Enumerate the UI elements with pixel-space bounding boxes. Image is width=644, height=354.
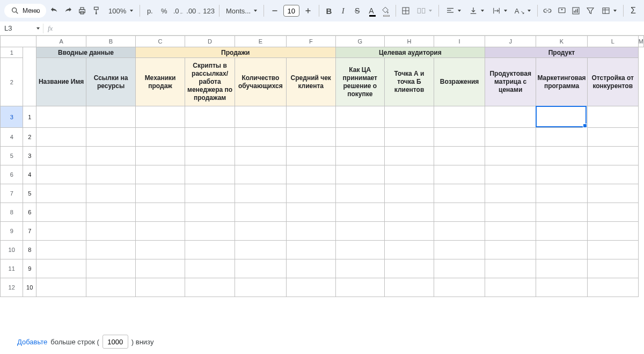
cell[interactable] [135, 128, 185, 147]
cell[interactable] [335, 278, 384, 297]
cell[interactable] [36, 241, 86, 259]
cell[interactable] [286, 241, 335, 259]
cell[interactable] [434, 222, 485, 241]
cell[interactable] [384, 259, 434, 278]
cell[interactable] [384, 165, 434, 184]
decrease-decimal-button[interactable]: .0← [172, 3, 185, 18]
cell[interactable] [587, 128, 638, 147]
cell[interactable] [235, 241, 286, 259]
cell[interactable] [86, 165, 136, 184]
cell[interactable] [185, 165, 235, 184]
cell[interactable] [536, 259, 587, 278]
strikethrough-button[interactable]: S [350, 3, 363, 18]
num-cell[interactable]: 6 [23, 203, 36, 222]
cell[interactable] [335, 165, 384, 184]
increase-decimal-button[interactable]: .00→ [186, 3, 201, 18]
cell[interactable] [434, 147, 485, 165]
group-header[interactable]: Вводные данные [36, 47, 136, 58]
cell[interactable] [536, 203, 587, 222]
chart-button[interactable] [569, 3, 582, 18]
col-header[interactable]: B [86, 36, 136, 47]
cell[interactable] [185, 147, 235, 165]
cell[interactable] [434, 259, 485, 278]
cell[interactable] [36, 278, 86, 297]
row-header[interactable]: 12 [1, 278, 23, 297]
cell[interactable] [485, 106, 536, 128]
cell[interactable] [36, 147, 86, 165]
font-size-input[interactable] [283, 5, 299, 17]
filter-button[interactable] [583, 3, 596, 18]
sub-header[interactable]: Ссылки на ресурсы [86, 58, 136, 106]
cell[interactable] [135, 184, 185, 203]
cell[interactable] [587, 278, 638, 297]
spreadsheet-grid[interactable]: A B C D E F G H I J K L M 1 Вводные данн… [0, 35, 644, 297]
cell[interactable] [135, 241, 185, 259]
cell[interactable] [185, 184, 235, 203]
cell[interactable] [587, 147, 638, 165]
zoom-dropdown[interactable]: 100% [104, 3, 136, 18]
cell[interactable] [587, 259, 638, 278]
cell[interactable] [185, 128, 235, 147]
cell[interactable] [335, 259, 384, 278]
cell[interactable] [485, 203, 536, 222]
menu-button[interactable]: Меню [4, 4, 46, 18]
font-size-decrease[interactable] [267, 3, 282, 18]
valign-button[interactable] [465, 3, 487, 18]
sub-header[interactable]: Маркетинговая программа [536, 58, 587, 106]
cell[interactable] [185, 222, 235, 241]
halign-button[interactable] [442, 3, 464, 18]
table-button[interactable] [598, 3, 620, 18]
cell[interactable] [485, 222, 536, 241]
cell[interactable] [135, 259, 185, 278]
row-header[interactable]: 2 [1, 58, 23, 106]
cell[interactable] [286, 106, 335, 128]
cell[interactable] [434, 203, 485, 222]
sub-header[interactable]: Как ЦА принимает решение о покупке [335, 58, 384, 106]
cell[interactable] [185, 203, 235, 222]
row-header[interactable]: 3 [1, 106, 23, 128]
cell[interactable] [485, 259, 536, 278]
cell[interactable] [587, 222, 638, 241]
sub-header[interactable]: Возражения [434, 58, 485, 106]
cell[interactable] [536, 147, 587, 165]
sub-header[interactable]: Скрипты в рассылках/работа менеджера по … [185, 58, 235, 106]
cell[interactable] [384, 222, 434, 241]
sub-header[interactable]: Количество обучающихся [235, 58, 286, 106]
num-cell[interactable]: 8 [23, 241, 36, 259]
col-header[interactable]: G [335, 36, 384, 47]
link-button[interactable] [541, 3, 554, 18]
sub-header[interactable]: Механики продаж [135, 58, 185, 106]
functions-button[interactable]: Σ [627, 3, 640, 18]
col-header[interactable]: K [536, 36, 587, 47]
cell[interactable] [536, 241, 587, 259]
cell[interactable] [587, 241, 638, 259]
cell[interactable] [485, 147, 536, 165]
cell[interactable] [286, 128, 335, 147]
cell[interactable] [536, 184, 587, 203]
cell[interactable] [286, 184, 335, 203]
cell[interactable] [286, 165, 335, 184]
cell[interactable] [86, 259, 136, 278]
cell[interactable] [335, 241, 384, 259]
bold-button[interactable]: B [323, 3, 335, 18]
row-header[interactable]: 8 [1, 203, 23, 222]
cell[interactable] [235, 147, 286, 165]
col-header[interactable]: C [135, 36, 185, 47]
cell[interactable] [36, 184, 86, 203]
col-header[interactable]: J [485, 36, 536, 47]
row-header[interactable]: 5 [1, 147, 23, 165]
fill-color-button[interactable] [379, 3, 392, 18]
cell[interactable] [185, 241, 235, 259]
font-dropdown[interactable]: Monts... [223, 3, 260, 18]
cell[interactable] [434, 278, 485, 297]
cell[interactable] [185, 259, 235, 278]
cell[interactable] [485, 278, 536, 297]
row-header[interactable]: 7 [1, 184, 23, 203]
cell[interactable] [384, 203, 434, 222]
row-header[interactable]: 4 [1, 128, 23, 147]
cell[interactable] [235, 165, 286, 184]
col-header[interactable]: E [235, 36, 286, 47]
num-cell[interactable]: 4 [23, 165, 36, 184]
cell[interactable] [384, 241, 434, 259]
row-header[interactable]: 6 [1, 165, 23, 184]
